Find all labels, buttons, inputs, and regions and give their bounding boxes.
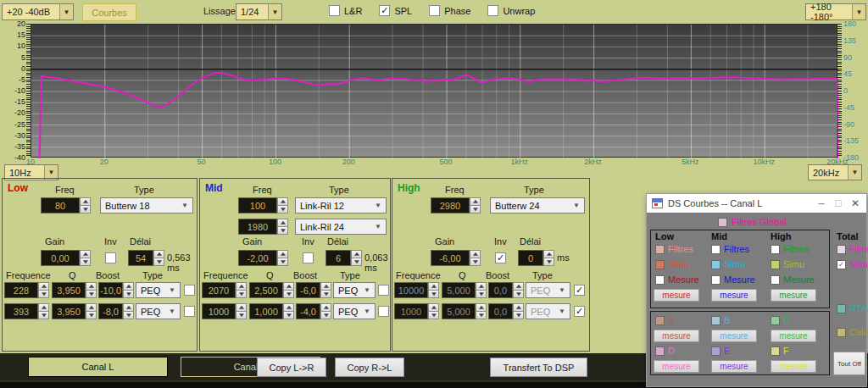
mid-simu-checkbox[interactable] — [711, 260, 721, 269]
mid-peq2-boost-field[interactable]: -4,0 — [296, 303, 320, 319]
transfert-to-dsp-button[interactable]: Transfert To DSP — [490, 358, 587, 377]
freq-max-select[interactable]: 20kHz ▼ — [808, 164, 862, 180]
high-peq2-q-field[interactable]: 5,000 — [442, 303, 476, 319]
curve-e-checkbox[interactable] — [711, 346, 721, 356]
ds-courbes-window[interactable]: DS Courbes -- Canal L ─ ☐ ✕ Filtres Glob… — [646, 193, 867, 387]
high-mesure-checkbox[interactable] — [771, 275, 780, 285]
high-peq2-boost-stepper[interactable] — [513, 303, 524, 319]
high-peq2-enable-checkbox[interactable]: ✓ — [574, 306, 585, 317]
chevron-down-icon[interactable]: ▼ — [852, 4, 865, 19]
mid-peq2-enable-checkbox[interactable] — [378, 306, 389, 317]
mid-xover1-freq-field[interactable]: 100 — [238, 197, 277, 213]
high-peq1-freq-field[interactable]: 10000 — [394, 282, 428, 298]
mid-peq2-boost-stepper[interactable] — [320, 303, 331, 319]
high-xover-freq-stepper[interactable] — [470, 197, 481, 213]
tout-off-button[interactable]: Tout Off — [833, 352, 865, 375]
curve-f-mesure-button[interactable]: mesure — [771, 360, 816, 373]
high-peq1-boost-stepper[interactable] — [513, 282, 524, 298]
mid-peq2-q-field[interactable]: 1,000 — [249, 303, 283, 319]
high-peq1-enable-checkbox[interactable]: ✓ — [574, 285, 585, 296]
filtres-global-checkbox[interactable] — [718, 218, 727, 227]
curve-d-mesure-button[interactable]: mesure — [654, 360, 699, 373]
mid-mesure-checkbox[interactable] — [711, 275, 721, 285]
low-simu-checkbox[interactable] — [655, 260, 665, 269]
mid-mesure-button[interactable]: mesure — [711, 289, 757, 302]
chevron-down-icon[interactable]: ▼ — [848, 165, 861, 180]
low-xover-freq-stepper[interactable] — [80, 197, 91, 213]
high-peq2-freq-stepper[interactable] — [428, 303, 439, 319]
high-inv-checkbox[interactable]: ✓ — [495, 252, 506, 263]
mid-peq1-boost-stepper[interactable] — [320, 282, 331, 298]
mid-peq1-enable-checkbox[interactable] — [378, 285, 389, 296]
high-peq2-boost-field[interactable]: 0,0 — [488, 303, 513, 319]
mid-gain-stepper[interactable] — [277, 250, 288, 266]
mid-xover1-type-select[interactable]: Link-Ril 12▼ — [295, 197, 387, 213]
calib-checkbox[interactable] — [837, 328, 846, 337]
phase-checkbox-item[interactable]: Phase — [429, 5, 470, 16]
high-gain-stepper[interactable] — [470, 250, 481, 266]
mid-peq1-q-field[interactable]: 2,500 — [249, 282, 283, 298]
high-delai-stepper[interactable] — [543, 250, 554, 266]
mid-xover2-freq-field[interactable]: 1980 — [238, 219, 277, 235]
high-simu-checkbox[interactable] — [771, 260, 780, 269]
mid-delai-stepper[interactable] — [351, 250, 362, 266]
curve-d-checkbox[interactable] — [655, 346, 665, 356]
curve-b-mesure-button[interactable]: mesure — [711, 330, 757, 342]
mid-filtres-checkbox[interactable] — [711, 245, 721, 254]
low-xover-freq-field[interactable]: 80 — [41, 197, 80, 213]
high-peq1-boost-field[interactable]: 0,0 — [488, 282, 513, 298]
low-peq1-q-field[interactable]: 3,950 — [52, 282, 86, 298]
total-filtres-checkbox[interactable] — [837, 245, 846, 254]
curve-a-mesure-button[interactable]: mesure — [654, 330, 699, 342]
lr-checkbox-item[interactable]: L&R — [329, 5, 362, 16]
low-peq2-q-stepper[interactable] — [86, 303, 97, 319]
low-mesure-button[interactable]: mesure — [654, 289, 699, 302]
low-peq1-boost-field[interactable]: -10,0 — [98, 282, 123, 298]
mid-peq2-freq-field[interactable]: 1000 — [202, 303, 236, 319]
low-gain-stepper[interactable] — [80, 250, 91, 266]
lr-checkbox[interactable] — [329, 5, 340, 16]
phase-range-select[interactable]: +180 -180° ▼ — [805, 3, 866, 20]
low-peq1-enable-checkbox[interactable] — [184, 285, 195, 296]
mid-xover2-type-select[interactable]: Link-Ril 24▼ — [295, 219, 387, 235]
rta-checkbox[interactable] — [837, 304, 846, 313]
chevron-down-icon[interactable]: ▼ — [59, 4, 73, 19]
spl-checkbox-item[interactable]: ✓SPL — [379, 5, 412, 16]
close-icon[interactable]: ✕ — [849, 197, 861, 209]
mid-peq2-type-select[interactable]: PEQ▼ — [333, 303, 376, 319]
mid-inv-checkbox[interactable] — [303, 252, 314, 263]
curve-e-mesure-button[interactable]: mesure — [711, 360, 757, 373]
db-range-select[interactable]: +20 -40dB ▼ — [2, 3, 74, 20]
curve-f-checkbox[interactable] — [771, 346, 780, 356]
high-gain-field[interactable]: -6,00 — [431, 250, 470, 266]
curve-b-checkbox[interactable] — [711, 316, 721, 325]
low-mesure-checkbox[interactable] — [655, 275, 665, 285]
high-peq2-q-stepper[interactable] — [476, 303, 487, 319]
low-delai-field[interactable]: 54 — [128, 250, 153, 266]
mid-peq2-freq-stepper[interactable] — [236, 303, 247, 319]
curve-a-checkbox[interactable] — [655, 316, 665, 325]
lissage-select[interactable]: 1/24 ▼ — [236, 3, 282, 20]
copy-l-to-r-button[interactable]: Copy L->R — [257, 358, 326, 377]
minimize-icon[interactable]: ─ — [815, 199, 827, 208]
mid-peq1-freq-field[interactable]: 2070 — [202, 282, 236, 298]
high-xover-type-select[interactable]: Butterw 24▼ — [490, 197, 585, 213]
low-gain-field[interactable]: 0,00 — [41, 250, 80, 266]
phase-checkbox[interactable] — [429, 5, 440, 16]
low-peq2-boost-field[interactable]: -8,0 — [98, 303, 123, 319]
tab-canal-l[interactable]: Canal L — [28, 357, 168, 377]
low-inv-checkbox[interactable] — [105, 252, 116, 263]
high-filtres-checkbox[interactable] — [771, 245, 780, 254]
low-peq1-type-select[interactable]: PEQ▼ — [136, 282, 181, 298]
high-mesure-button[interactable]: mesure — [771, 289, 816, 302]
low-peq2-type-select[interactable]: PEQ▼ — [136, 303, 181, 319]
copy-r-to-l-button[interactable]: Copy R->L — [335, 358, 404, 377]
low-peq2-enable-checkbox[interactable] — [184, 306, 195, 317]
low-peq1-q-stepper[interactable] — [86, 282, 97, 298]
curve-c-checkbox[interactable] — [771, 316, 780, 325]
low-peq1-freq-field[interactable]: 228 — [4, 282, 38, 298]
high-peq1-q-field[interactable]: 5,000 — [442, 282, 476, 298]
spl-checkbox[interactable]: ✓ — [379, 5, 390, 16]
low-peq2-boost-stepper[interactable] — [123, 303, 134, 319]
unwrap-checkbox-item[interactable]: Unwrap — [487, 5, 535, 16]
